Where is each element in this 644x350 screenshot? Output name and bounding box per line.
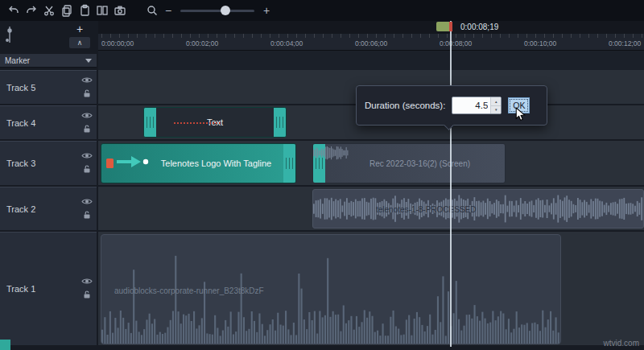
ruler-label: 0:00:10;00 <box>524 39 556 47</box>
track-header-2: Track 2 <box>0 187 97 230</box>
music-clip-label: audioblocks-corporate-runner_B23t8kDzF <box>114 286 264 295</box>
zoom-slider-thumb[interactable] <box>221 6 230 15</box>
screen-clip-label: Rec 2022-03-16(2) (Screen) <box>369 159 470 168</box>
track-name: Track 2 <box>6 204 35 214</box>
ruler-label: 0:00:12;00 <box>609 39 641 47</box>
redo-button[interactable] <box>23 2 40 19</box>
eye-icon[interactable] <box>81 151 93 161</box>
track-header-icons <box>81 151 93 175</box>
corner-accent <box>0 340 10 350</box>
audio-clip-processed[interactable]: telenotes-1-8-PROCESSED <box>312 189 644 229</box>
zoom-slider[interactable] <box>180 2 254 19</box>
eye-icon[interactable] <box>81 197 93 207</box>
clip-right-handle[interactable] <box>274 108 286 137</box>
waveform <box>313 190 643 228</box>
marker-label: Marker <box>5 56 30 65</box>
track-name: Track 3 <box>6 159 35 168</box>
ruler-label: 0:00:08;00 <box>440 39 472 47</box>
music-clip[interactable]: audioblocks-corporate-runner_B23t8kDzF <box>101 234 561 344</box>
text-clip[interactable]: Text <box>143 107 287 138</box>
playhead-line <box>450 21 452 347</box>
tracks-panel: + ∧ Marker Track 5 Track 4 Track 3 <box>0 21 97 350</box>
track-header-4: Track 4 <box>0 105 97 139</box>
animation-arrow-icon <box>115 154 152 172</box>
duration-spinner: ▴ ▾ <box>490 97 501 113</box>
logo-clip[interactable]: Telenotes Logo With Tagline <box>101 143 296 183</box>
record-camera-button[interactable] <box>111 2 129 19</box>
zoom-out-button[interactable]: − <box>161 4 175 17</box>
chevron-down-icon <box>85 59 92 63</box>
track-header-3: Track 3 <box>0 141 97 185</box>
ruler-label: 0:00:06;00 <box>355 39 387 47</box>
zoom-in-button[interactable]: + <box>259 4 274 17</box>
track-header-5: Track 5 <box>0 70 97 104</box>
lock-icon[interactable] <box>83 210 91 221</box>
marker-dropdown[interactable]: Marker <box>0 54 97 68</box>
ruler-tick-marks <box>101 34 644 38</box>
duration-label: Duration (seconds): <box>365 101 445 110</box>
lock-icon[interactable] <box>83 164 91 175</box>
track-header-1: Track 1 <box>0 232 97 345</box>
lock-icon[interactable] <box>83 290 91 301</box>
waveform <box>313 144 349 162</box>
screen-recording-clip[interactable]: Rec 2022-03-16(2) (Screen) <box>312 143 506 183</box>
cut-button[interactable] <box>40 2 58 19</box>
track-header-icons <box>81 76 93 100</box>
add-track-button[interactable]: + <box>71 22 89 35</box>
zoom-slider-track[interactable] <box>180 10 254 12</box>
spinner-down-icon[interactable]: ▾ <box>491 106 501 114</box>
track-header-icons <box>81 277 93 301</box>
mouse-cursor-icon <box>515 107 526 126</box>
eye-icon[interactable] <box>81 111 93 121</box>
split-button[interactable] <box>93 2 111 19</box>
marker-track-strip <box>98 51 644 70</box>
playhead-timecode: 0:00:08;19 <box>460 23 498 31</box>
timeline-ruler[interactable]: 0:00:00;00 0:00:02;00 0:00:04;00 0:00:06… <box>98 34 644 51</box>
zoom-magnifier-icon <box>143 2 161 19</box>
lock-icon[interactable] <box>83 89 91 100</box>
media-type-icon <box>106 159 114 168</box>
playhead-in-handle[interactable] <box>436 22 449 31</box>
ruler-top-strip <box>98 21 644 34</box>
collapse-tracks-button[interactable]: ∧ <box>69 37 90 48</box>
effect-keyframe-line <box>174 122 221 124</box>
eye-icon[interactable] <box>81 277 93 286</box>
watermark: wtvid.com <box>604 339 639 348</box>
clip-left-handle[interactable] <box>144 108 156 137</box>
clip-right-handle[interactable] <box>283 144 295 183</box>
ruler-label: 0:00:02;00 <box>186 39 218 47</box>
track-name: Track 4 <box>6 118 35 128</box>
spinner-up-icon[interactable]: ▴ <box>491 97 501 106</box>
playhead-marker[interactable] <box>436 22 452 31</box>
track-options-icon[interactable] <box>5 24 21 48</box>
copy-button[interactable] <box>58 2 76 19</box>
track-name: Track 1 <box>6 284 35 294</box>
track-name: Track 5 <box>6 83 35 93</box>
paste-button[interactable] <box>76 2 93 19</box>
logo-clip-label: Telenotes Logo With Tagline <box>153 144 279 183</box>
video-editor-timeline-window: − + + ∧ Marker Track 5 Track 4 <box>0 0 644 350</box>
playhead-out-handle[interactable] <box>449 22 452 31</box>
lock-icon[interactable] <box>83 124 91 135</box>
track-header-icons <box>81 197 93 221</box>
ruler-label: 0:00:04;00 <box>270 39 303 47</box>
eye-icon[interactable] <box>81 76 93 85</box>
ruler-label: 0:00:00;00 <box>101 39 134 47</box>
audio-clip-label: telenotes-1-8-PROCESSED <box>376 204 477 213</box>
track-header-icons <box>81 111 93 135</box>
timeline-toolbar: − + <box>0 0 644 21</box>
undo-button[interactable] <box>5 2 23 19</box>
